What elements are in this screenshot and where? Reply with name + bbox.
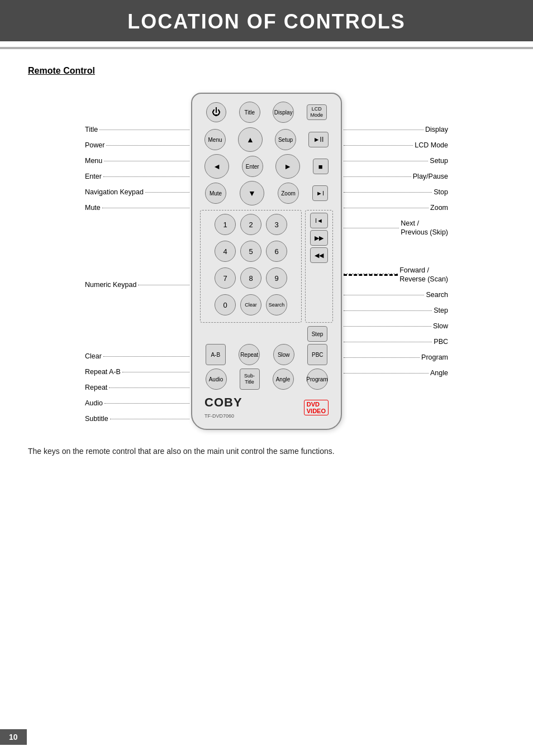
label-search-line	[344, 295, 424, 295]
num5-button[interactable]: 5	[240, 241, 261, 262]
left-arrow-button[interactable]: ◄	[204, 154, 229, 179]
label-zoom-line	[344, 208, 429, 208]
subtitle-button[interactable]: Sub-Title	[240, 369, 260, 390]
label-lcd-mode-line	[344, 145, 413, 146]
up-arrow-button[interactable]: ▲	[238, 127, 263, 152]
right-spacer-1	[342, 240, 448, 262]
label-play-pause-line	[344, 176, 411, 177]
play-pause-button[interactable]: ►II	[308, 132, 329, 147]
menu-button[interactable]: Menu	[204, 129, 226, 150]
step-button[interactable]: Step	[307, 326, 327, 342]
enter-button[interactable]: Enter	[242, 156, 263, 177]
right-arrow-button[interactable]: ►	[275, 154, 300, 179]
num1-button[interactable]: 1	[215, 214, 236, 235]
label-play-pause-text: Play/Pause	[413, 173, 448, 180]
label-angle: Angle	[342, 365, 448, 381]
label-stop: Stop	[342, 184, 448, 200]
label-forward-rev: Forward /Reverse (Scan)	[342, 262, 448, 287]
label-zoom: Zoom	[342, 200, 448, 216]
label-program-line	[344, 357, 420, 358]
label-enter-line	[103, 176, 189, 177]
label-enter-text: Enter	[85, 173, 102, 180]
label-program: Program	[342, 350, 448, 365]
label-lcd-mode-text: LCD Mode	[415, 141, 448, 149]
label-angle-line	[344, 373, 429, 374]
fast-fwd-button[interactable]: ▶▶	[310, 230, 328, 246]
audio-button[interactable]: Audio	[206, 369, 227, 390]
func-row-2: Audio Sub-Title Angle Program	[200, 369, 333, 390]
label-power-line	[106, 145, 189, 146]
label-next-prev-text: Next /Previous (Skip)	[401, 219, 448, 237]
label-audio-line	[104, 403, 189, 404]
footer-text: The keys on the remote control that are …	[28, 447, 505, 456]
page-title: LOCATION OF CONTROLS	[0, 10, 533, 34]
stop-button[interactable]: ■	[313, 159, 329, 174]
label-search-text: Search	[426, 291, 448, 299]
power-button[interactable]: ⏻	[206, 102, 226, 122]
right-labels: Display LCD Mode Setup Play/Pause Stop Z…	[342, 93, 448, 381]
diagram-container: Title Power Menu Enter Navigation Keypad…	[28, 93, 505, 430]
label-mute: Mute	[85, 200, 191, 216]
page-content: Remote Control Title Power Menu Enter Na…	[0, 49, 533, 478]
ab-button[interactable]: A-B	[206, 344, 226, 365]
brand-name: COBY	[204, 395, 242, 409]
menu-row: Menu ▲ Setup ►II	[200, 127, 333, 152]
label-slow-text: Slow	[433, 322, 448, 330]
label-clear-line	[103, 356, 189, 357]
page-header: LOCATION OF CONTROLS	[0, 0, 533, 41]
transport-box: I◄ ▶▶ ◀◀	[305, 210, 333, 323]
pbc-button[interactable]: PBC	[307, 344, 327, 365]
skip-back-button[interactable]: I◄	[310, 213, 328, 228]
label-menu-line	[104, 161, 189, 161]
remote-top-row: ⏻ Title Display LCDMode	[200, 102, 333, 123]
repeat-button[interactable]: Repeat	[239, 344, 260, 365]
display-button[interactable]: Display	[273, 102, 294, 123]
down-arrow-button[interactable]: ▼	[240, 181, 264, 205]
brand-logo: COBY TF-DVD7060	[204, 395, 242, 420]
label-audio: Audio	[85, 395, 191, 411]
setup-button[interactable]: Setup	[275, 129, 296, 150]
label-setup: Setup	[342, 153, 448, 169]
label-menu: Menu	[85, 153, 191, 169]
num-row-3: 7 8 9	[203, 267, 299, 289]
label-enter: Enter	[85, 169, 191, 184]
label-pbc: PBC	[342, 334, 448, 350]
label-mute-line	[102, 208, 189, 208]
fast-rev-button[interactable]: ◀◀	[310, 247, 328, 263]
dvd-logo: DVDVIDEO	[304, 400, 329, 415]
num9-button[interactable]: 9	[266, 267, 287, 289]
num7-button[interactable]: 7	[215, 267, 236, 289]
label-subtitle-text: Subtitle	[85, 415, 108, 423]
num4-button[interactable]: 4	[215, 241, 236, 262]
label-clear-text: Clear	[85, 352, 102, 360]
label-nav-keypad-line	[145, 192, 189, 193]
program-button[interactable]: Program	[307, 369, 328, 390]
left-spacer-2	[85, 293, 191, 348]
num8-button[interactable]: 8	[240, 267, 261, 289]
label-title-text: Title	[85, 126, 98, 133]
num6-button[interactable]: 6	[266, 241, 287, 262]
label-stop-text: Stop	[434, 188, 448, 196]
remote-control: ⏻ Title Display LCDMode Menu ▲ Setup ►II…	[191, 93, 342, 430]
angle-button[interactable]: Angle	[273, 369, 294, 390]
clear-button[interactable]: Clear	[240, 294, 261, 315]
slow-button[interactable]: Slow	[273, 344, 294, 365]
label-display-line	[344, 130, 423, 130]
lcd-mode-button[interactable]: LCDMode	[307, 104, 327, 120]
label-repeat-ab: Repeat A-B	[85, 364, 191, 380]
brand-row: COBY TF-DVD7060 DVDVIDEO	[200, 393, 333, 420]
mute-button[interactable]: Mute	[205, 183, 226, 204]
num0-button[interactable]: 0	[215, 294, 236, 315]
title-button[interactable]: Title	[239, 102, 260, 123]
label-subtitle-line	[110, 419, 189, 419]
search-button[interactable]: Search	[266, 294, 287, 315]
num2-button[interactable]: 2	[240, 214, 261, 235]
num3-button[interactable]: 3	[266, 214, 287, 235]
next-button[interactable]: ►I	[312, 185, 328, 201]
label-repeat-ab-text: Repeat A-B	[85, 368, 121, 376]
label-stop-line	[344, 192, 432, 193]
zoom-button[interactable]: Zoom	[278, 183, 299, 204]
func-row-1: A-B Repeat Slow PBC	[200, 344, 333, 365]
label-audio-text: Audio	[85, 399, 103, 407]
label-search: Search	[342, 287, 448, 303]
